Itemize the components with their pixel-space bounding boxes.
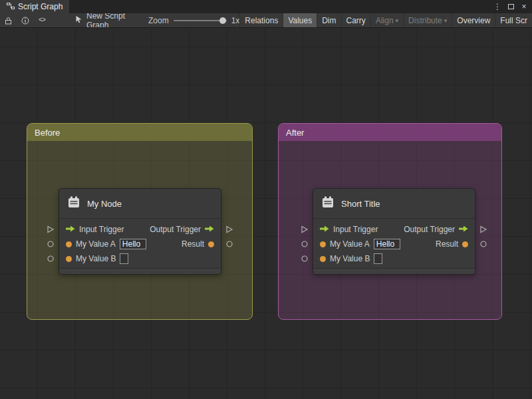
tab-title: Script Graph	[18, 2, 63, 11]
value-a-input[interactable]	[120, 239, 146, 249]
value-port-icon[interactable]	[66, 241, 72, 247]
window-controls: ⋮ ×	[492, 0, 532, 13]
zoom-value: 1x	[231, 16, 240, 25]
overview-button[interactable]: Overview	[452, 13, 495, 28]
ext-value-port-in[interactable]	[47, 255, 55, 263]
graph-toolbar: <> New Script Graph Zoom 1x Relations Va…	[0, 13, 532, 28]
window-tab-bar: Script Graph ⋮ ×	[0, 0, 532, 13]
flow-arrow-icon[interactable]	[205, 225, 214, 234]
ext-flow-port-out[interactable]	[479, 225, 487, 233]
value-b-input[interactable]	[120, 253, 128, 264]
ext-flow-port-in[interactable]	[301, 225, 309, 233]
distribute-dropdown[interactable]: Distribute ▾	[403, 13, 452, 28]
ext-value-port-out[interactable]	[225, 240, 233, 248]
fullscreen-button[interactable]: Full Scr	[495, 13, 532, 28]
ext-value-port-out[interactable]	[479, 240, 487, 248]
zoom-slider[interactable]	[174, 20, 227, 21]
unit-icon	[321, 196, 335, 212]
port-label-result: Result	[436, 239, 458, 249]
script-graph-icon	[7, 2, 15, 12]
ext-value-port-in[interactable]	[301, 240, 309, 248]
value-port-icon[interactable]	[208, 241, 214, 247]
port-label-my-value-a: My Value A	[330, 239, 370, 249]
node-title: Short Title	[341, 199, 380, 209]
zoom-slider-thumb[interactable]	[219, 17, 226, 24]
zoom-label: Zoom	[148, 16, 169, 25]
value-b-input[interactable]	[374, 253, 382, 264]
flow-arrow-icon[interactable]	[66, 225, 75, 234]
group-before-header[interactable]: Before	[27, 124, 252, 141]
ext-value-port-in[interactable]	[301, 255, 309, 263]
ext-flow-port-in[interactable]	[47, 225, 55, 233]
value-port-icon[interactable]	[462, 241, 468, 247]
port-label-my-value-a: My Value A	[76, 239, 116, 249]
graph-canvas[interactable]: Before After My Node	[0, 29, 532, 399]
flow-arrow-icon[interactable]	[459, 225, 468, 234]
maximize-icon[interactable]	[505, 1, 516, 12]
port-label-input-trigger: Input Trigger	[79, 225, 124, 234]
port-label-my-value-b: My Value B	[330, 254, 370, 263]
unit-icon	[66, 196, 81, 212]
group-after-header[interactable]: After	[279, 124, 501, 141]
node-title: My Node	[87, 199, 122, 209]
toolbar-buttons: Relations Values Dim Carry Align ▾ Distr…	[239, 13, 532, 28]
group-label: After	[286, 128, 304, 138]
flow-arrow-icon[interactable]	[320, 225, 329, 234]
value-a-input[interactable]	[374, 239, 400, 249]
node-my-node[interactable]: My Node Input Trigger Output Trigger My …	[59, 188, 221, 275]
value-port-icon[interactable]	[320, 256, 326, 262]
code-icon[interactable]: <>	[34, 13, 50, 28]
align-label: Align	[376, 16, 394, 25]
port-label-input-trigger: Input Trigger	[333, 225, 378, 234]
window-menu-icon[interactable]: ⋮	[492, 1, 503, 12]
close-icon[interactable]: ×	[519, 1, 529, 12]
tab-script-graph[interactable]: Script Graph	[0, 0, 69, 13]
info-icon[interactable]	[17, 13, 34, 28]
node-footer	[313, 268, 475, 274]
ext-value-port-in[interactable]	[47, 240, 55, 248]
node-body: Input Trigger Output Trigger My Value A …	[59, 219, 221, 268]
port-label-output-trigger: Output Trigger	[150, 225, 201, 234]
dim-button[interactable]: Dim	[317, 13, 340, 28]
node-short-title[interactable]: Short Title Input Trigger Output Trigger…	[313, 188, 475, 275]
carry-button[interactable]: Carry	[341, 13, 370, 28]
node-body: Input Trigger Output Trigger My Value A …	[313, 219, 475, 268]
port-label-output-trigger: Output Trigger	[404, 225, 455, 234]
group-label: Before	[35, 128, 60, 138]
chevron-down-icon: ▾	[444, 17, 448, 24]
node-header[interactable]: My Node	[59, 189, 221, 219]
chevron-down-icon: ▾	[396, 17, 399, 24]
zoom-control: Zoom 1x	[148, 16, 239, 25]
value-port-icon[interactable]	[66, 256, 72, 262]
port-label-result: Result	[182, 239, 204, 249]
distribute-label: Distribute	[408, 16, 442, 25]
node-footer	[59, 268, 221, 274]
graph-name-label: New Script Graph	[86, 13, 130, 28]
relations-button[interactable]: Relations	[239, 13, 283, 28]
node-header[interactable]: Short Title	[313, 189, 475, 219]
port-label-my-value-b: My Value B	[76, 254, 116, 263]
ext-flow-port-out[interactable]	[225, 225, 233, 233]
graph-breadcrumb[interactable]: New Script Graph	[75, 13, 130, 28]
value-port-icon[interactable]	[320, 241, 326, 247]
lock-icon[interactable]	[0, 13, 17, 28]
graph-pointer-icon	[75, 15, 82, 25]
align-dropdown[interactable]: Align ▾	[370, 13, 403, 28]
values-button[interactable]: Values	[283, 13, 317, 28]
